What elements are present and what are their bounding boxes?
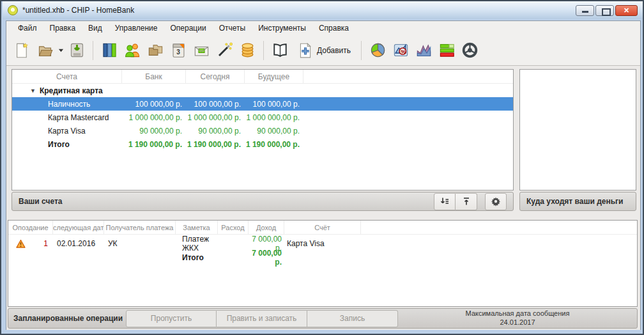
spending-chart-caption-label: Куда уходят ваши деньги bbox=[526, 197, 623, 206]
scheduled-caption-bar: Запланированные операции Пропустить Прав… bbox=[8, 308, 638, 329]
today-total: 1 190 000,00 р. bbox=[186, 140, 245, 149]
trendtime-report-button[interactable] bbox=[412, 38, 435, 63]
currencies-icon bbox=[239, 42, 256, 59]
column-header-payee[interactable]: Получатель платежа bbox=[104, 221, 176, 235]
menu-bar: Файл Правка Вид Управление Операции Отче… bbox=[6, 21, 640, 35]
help-button[interactable] bbox=[268, 38, 291, 63]
max-post-date-status: Максимальная дата сообщения 24.01.2017 bbox=[398, 309, 637, 327]
account-row-visa[interactable]: Карта Visa 90 000,00 р. 90 000,00 р. 90 … bbox=[12, 124, 513, 137]
expand-all-button[interactable] bbox=[434, 193, 456, 210]
open-file-button[interactable] bbox=[33, 38, 56, 63]
balance-report-button[interactable]: % bbox=[389, 38, 412, 63]
today-balance: 100 000,00 р. bbox=[186, 100, 245, 109]
settings-button[interactable] bbox=[485, 193, 507, 210]
column-header-accounts[interactable]: Счета bbox=[12, 70, 122, 84]
scheduled-transactions-button[interactable]: 3 bbox=[167, 38, 190, 63]
statistics-report-button[interactable] bbox=[366, 38, 389, 63]
budget-report-button[interactable] bbox=[435, 38, 458, 63]
close-button[interactable] bbox=[615, 5, 638, 16]
menu-view[interactable]: Вид bbox=[82, 22, 109, 35]
manage-payees-button[interactable] bbox=[121, 38, 144, 63]
future-total: 1 190 000,00 р. bbox=[245, 140, 303, 149]
warning-icon bbox=[16, 239, 26, 249]
column-header-today[interactable]: Сегодня bbox=[186, 70, 245, 84]
account-row-cash[interactable]: Наличность 100 000,00 р. 100 000,00 р. 1… bbox=[12, 97, 513, 111]
edit-and-post-button[interactable]: Править и записать bbox=[217, 310, 307, 327]
scheduled-caption-label: Запланированные операции bbox=[13, 314, 126, 323]
svg-text:%: % bbox=[401, 49, 406, 55]
menu-tools[interactable]: Инструменты bbox=[252, 22, 312, 35]
post-button[interactable]: Запись bbox=[307, 310, 398, 327]
account-row-mastercard[interactable]: Карта Mastercard 1 000 000,00 р. 1 000 0… bbox=[12, 111, 513, 124]
skip-button[interactable]: Пропустить bbox=[126, 310, 217, 327]
account-name: Карта Mastercard bbox=[12, 113, 122, 122]
title-bar: *untitled.xhb - CHIP - HomeBank bbox=[3, 1, 643, 19]
column-header-future[interactable]: Будущее bbox=[245, 70, 303, 84]
homebank-app-icon bbox=[8, 5, 18, 15]
toolbar-separator bbox=[263, 41, 264, 60]
accounts-ledger-icon bbox=[101, 42, 118, 59]
spending-chart-caption-bar: Куда уходят ваши деньги bbox=[519, 192, 636, 211]
scheduled-total-income: 7 000,00 р. bbox=[249, 249, 284, 267]
maximize-button[interactable] bbox=[595, 5, 614, 16]
new-file-button[interactable] bbox=[10, 38, 33, 63]
memo: Платеж ЖКХ bbox=[176, 235, 218, 253]
accounts-total-row: Итого 1 190 000,00 р. 1 190 000,00 р. 1 … bbox=[12, 137, 513, 151]
new-file-icon bbox=[13, 42, 31, 59]
assign-rules-button[interactable] bbox=[213, 38, 236, 63]
bank-total: 1 190 000,00 р. bbox=[122, 140, 186, 149]
account-name: Карта Visa bbox=[12, 127, 122, 136]
future-balance: 100 000,00 р. bbox=[245, 100, 303, 109]
open-recent-caret-icon bbox=[58, 47, 64, 53]
collapse-all-icon bbox=[461, 196, 471, 206]
payees-icon bbox=[124, 42, 141, 59]
content-area: Счета Банк Сегодня Будущее ▼Кредитная ка… bbox=[6, 65, 640, 330]
open-recent-button[interactable] bbox=[56, 38, 65, 63]
add-transaction-label: Добавить bbox=[317, 46, 351, 55]
budget-icon bbox=[193, 42, 210, 59]
column-header-next-date[interactable]: следующая дата bbox=[53, 221, 104, 235]
manage-accounts-button[interactable] bbox=[98, 38, 121, 63]
bank-balance: 1 000 000,00 р. bbox=[122, 113, 186, 122]
column-header-bank[interactable]: Банк bbox=[122, 70, 186, 84]
currencies-button[interactable] bbox=[236, 38, 259, 63]
manage-budget-button[interactable] bbox=[190, 38, 213, 63]
accounts-panel: Счета Банк Сегодня Будущее ▼Кредитная ка… bbox=[12, 69, 514, 191]
trendtime-report-icon bbox=[415, 42, 433, 59]
spending-chart-panel bbox=[519, 69, 636, 191]
balance-report-icon: % bbox=[392, 42, 410, 59]
future-balance: 90 000,00 р. bbox=[245, 127, 303, 136]
column-header-memo[interactable]: Заметка bbox=[176, 221, 218, 235]
manage-categories-button[interactable] bbox=[144, 38, 167, 63]
account-name: Наличность bbox=[12, 100, 122, 109]
menu-reports[interactable]: Отчеты bbox=[213, 22, 252, 35]
account-group-label: Кредитная карта bbox=[40, 86, 103, 95]
menu-file[interactable]: Файл bbox=[12, 22, 43, 35]
column-header-account[interactable]: Счёт bbox=[284, 221, 361, 235]
scheduled-row[interactable]: 1 02.01.2016 УК Платеж ЖКХ 7 000,00 р. К… bbox=[8, 235, 637, 249]
collapse-all-button[interactable] bbox=[456, 193, 477, 210]
total-label: Итого bbox=[12, 140, 122, 149]
column-header-late[interactable]: Опоздание bbox=[8, 221, 53, 235]
collapse-expander-icon[interactable]: ▼ bbox=[30, 88, 36, 94]
menu-help[interactable]: Справка bbox=[312, 22, 355, 35]
accounts-caption-bar: Ваши счета bbox=[12, 192, 514, 211]
add-transaction-button[interactable]: Добавить bbox=[291, 38, 356, 63]
scheduled-table-header: Опоздание следующая дата Получатель плат… bbox=[8, 221, 637, 235]
next-date: 02.01.2016 bbox=[53, 239, 104, 248]
categories-icon bbox=[147, 42, 164, 59]
save-icon bbox=[68, 42, 86, 59]
minimize-button[interactable] bbox=[576, 5, 594, 16]
column-header-blank bbox=[303, 70, 513, 84]
save-button[interactable] bbox=[65, 38, 88, 63]
menu-manage[interactable]: Управление bbox=[109, 22, 164, 35]
toolbar: 3 Добавить % bbox=[6, 35, 640, 65]
scheduled-panel: Опоздание следующая дата Получатель плат… bbox=[8, 220, 638, 307]
column-header-expense[interactable]: Расход bbox=[218, 221, 249, 235]
vehicle-cost-button[interactable] bbox=[458, 38, 481, 63]
column-header-income[interactable]: Доход bbox=[249, 221, 284, 235]
menu-transactions[interactable]: Операции bbox=[164, 22, 213, 35]
menu-edit[interactable]: Правка bbox=[43, 22, 82, 35]
add-transaction-icon bbox=[297, 42, 314, 59]
account-group-row[interactable]: ▼Кредитная карта bbox=[12, 84, 513, 97]
